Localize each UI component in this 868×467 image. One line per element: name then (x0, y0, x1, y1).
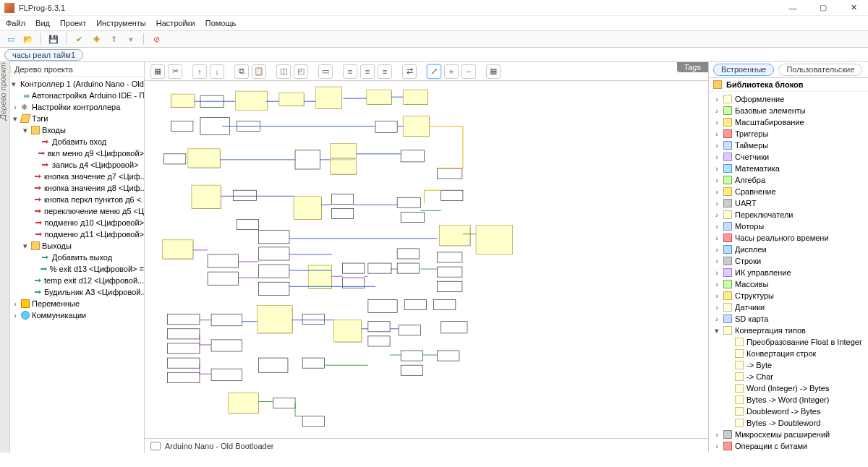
ct-net[interactable]: ⇄ (402, 64, 417, 79)
library-row[interactable]: ›Сравнение (709, 186, 868, 197)
tree-row[interactable]: ⮕кнопка значения д8 <Циф... (12, 182, 144, 194)
tree-row[interactable]: ⮕temp exit d12 <Цифровой... (12, 275, 144, 286)
library-row[interactable]: Bytes -> Doubleword (709, 417, 868, 429)
disclosure-icon[interactable]: › (713, 430, 720, 439)
library-tree[interactable]: ›Оформление›Базовые элементы›Масштабиров… (709, 92, 868, 453)
library-row[interactable]: Конвертация строк (709, 348, 868, 359)
tree-row[interactable]: ∞Автонастройка Arduino IDE - По ум... (12, 90, 144, 101)
library-row[interactable]: ›Алгебра (709, 174, 868, 186)
disclosure-icon[interactable]: › (713, 129, 720, 138)
menu-project[interactable]: Проект (60, 19, 86, 27)
tab-builtin[interactable]: Встроенные (713, 64, 774, 76)
menu-tools[interactable]: Инструменты (96, 19, 146, 27)
ct-select[interactable]: ▦ (150, 64, 165, 79)
disclosure-icon[interactable]: ▾ (713, 326, 720, 335)
library-row[interactable]: ›Масштабирование (709, 116, 868, 128)
library-row[interactable]: Bytes -> Word (Integer) (709, 394, 868, 406)
tags-tab[interactable]: Tags (677, 62, 708, 72)
ct-cut[interactable]: ✂ (168, 64, 182, 79)
ct-tool2[interactable]: ◰ (294, 64, 308, 79)
ct-align1[interactable]: ≡ (343, 64, 357, 79)
ct-grid[interactable]: ▦ (486, 64, 501, 79)
library-row[interactable]: Преобразование Float в Integer (709, 336, 868, 348)
ct-align2[interactable]: ≡ (360, 64, 375, 79)
check-button[interactable]: ✔ (72, 33, 85, 46)
library-row[interactable]: ›Датчики (709, 301, 868, 313)
disclosure-icon[interactable]: › (713, 257, 720, 265)
disclosure-icon[interactable]: › (713, 222, 720, 231)
stop-button[interactable]: ⊘ (150, 33, 163, 46)
menu-help[interactable]: Помощь (205, 19, 237, 27)
maximize-button[interactable]: ▢ (813, 3, 833, 12)
library-row[interactable]: ›ИК управление (709, 267, 868, 278)
ct-copy[interactable]: ⧉ (234, 64, 249, 79)
library-row[interactable]: ›Микросхемы расширений (709, 429, 868, 440)
disclosure-icon[interactable]: › (713, 106, 720, 115)
save-button[interactable]: 💾 (47, 33, 60, 46)
ct-zoom-out[interactable]: − (461, 64, 476, 79)
program-tab[interactable]: часы реал тайм1 (4, 49, 83, 61)
disclosure-icon[interactable]: › (713, 245, 720, 254)
disclosure-icon[interactable]: › (713, 210, 720, 219)
disclosure-icon[interactable]: › (12, 299, 19, 308)
tree-row[interactable]: ⮕вкл меню д9 <Цифровой> (12, 147, 144, 159)
ct-align3[interactable]: ≡ (378, 64, 392, 79)
disclosure-icon[interactable]: › (713, 95, 720, 103)
disclosure-icon[interactable]: › (713, 199, 720, 207)
tree-row[interactable]: ⮕% exit d13 <Цифровой> = (12, 263, 144, 275)
project-tree[interactable]: ▾Контроллер 1 (Arduino Nano - Old Boo...… (0, 77, 144, 322)
disclosure-icon[interactable]: › (713, 268, 720, 277)
library-row[interactable]: Doubleword -> Bytes (709, 406, 868, 417)
library-row[interactable]: -> Byte (709, 359, 868, 371)
disclosure-icon[interactable]: › (713, 303, 720, 312)
diagram-canvas[interactable] (145, 81, 708, 438)
disclosure-icon[interactable]: ▾ (22, 241, 29, 251)
library-row[interactable]: ›Триггеры (709, 128, 868, 140)
tool-button[interactable]: ▾ (124, 33, 137, 46)
tab-user[interactable]: Пользовательские (778, 64, 862, 76)
tree-row[interactable]: ›Переменные (12, 298, 144, 309)
ct-paste[interactable]: 📋 (252, 64, 266, 79)
disclosure-icon[interactable]: › (713, 234, 720, 242)
library-row[interactable]: ›Переключатели (709, 209, 868, 220)
tree-row[interactable]: ⮕запись д4 <Цифровой> (12, 159, 144, 171)
library-row[interactable]: ›Операции с битами (709, 440, 868, 452)
disclosure-icon[interactable]: › (12, 103, 19, 111)
tree-row[interactable]: ▾Контроллер 1 (Arduino Nano - Old Boo... (12, 78, 144, 90)
library-row[interactable]: ›Массивы (709, 278, 868, 290)
bug-button[interactable]: ❋ (90, 33, 103, 46)
open-button[interactable]: 📂 (22, 33, 35, 46)
menu-view[interactable]: Вид (35, 19, 50, 27)
close-button[interactable]: ✕ (843, 3, 864, 12)
tree-row[interactable]: ⮕кнопка значение д7 <Циф... (12, 171, 144, 182)
tree-row[interactable]: ⮕подменю д10 <Цифровой> (12, 217, 144, 228)
library-row[interactable]: ›Оформление (709, 93, 868, 105)
tree-row[interactable]: ▾Тэги (12, 113, 144, 124)
disclosure-icon[interactable]: › (713, 176, 720, 184)
library-row[interactable]: ›Базовые элементы (709, 105, 868, 116)
disclosure-icon[interactable]: ▾ (22, 126, 29, 135)
new-button[interactable]: ▭ (4, 33, 17, 46)
disclosure-icon[interactable]: › (713, 187, 720, 196)
ct-zoom-fit[interactable]: ⤢ (427, 64, 441, 79)
tree-row[interactable]: ▾Выходы (12, 240, 144, 252)
library-row[interactable]: ›Таймеры (709, 140, 868, 151)
library-row[interactable]: Word (Integer) -> Bytes (709, 382, 868, 394)
tree-row[interactable]: ⮕переключение меню д5 <Ц... (12, 205, 144, 217)
library-row[interactable]: ›Часы реального времени (709, 232, 868, 244)
menu-file[interactable]: Файл (6, 19, 25, 27)
tree-row[interactable]: ▾Входы (12, 124, 144, 136)
disclosure-icon[interactable]: › (713, 291, 720, 300)
disclosure-icon[interactable]: › (713, 314, 720, 323)
ct-tool1[interactable]: ◫ (276, 64, 291, 79)
ct-down[interactable]: ↓ (210, 64, 224, 79)
library-row[interactable]: ›Моторы (709, 220, 868, 232)
upload-button[interactable]: ⇑ (107, 33, 120, 46)
menu-settings[interactable]: Настройки (156, 19, 195, 27)
library-row[interactable]: ›Счетчики (709, 151, 868, 163)
tree-row[interactable]: ⮕Будильник А3 <Цифровой... (12, 286, 144, 298)
library-row[interactable]: ›Другие (709, 452, 868, 453)
disclosure-icon[interactable]: › (713, 153, 720, 161)
library-row[interactable]: ›Структуры (709, 290, 868, 301)
library-row[interactable]: ›UART (709, 197, 868, 209)
